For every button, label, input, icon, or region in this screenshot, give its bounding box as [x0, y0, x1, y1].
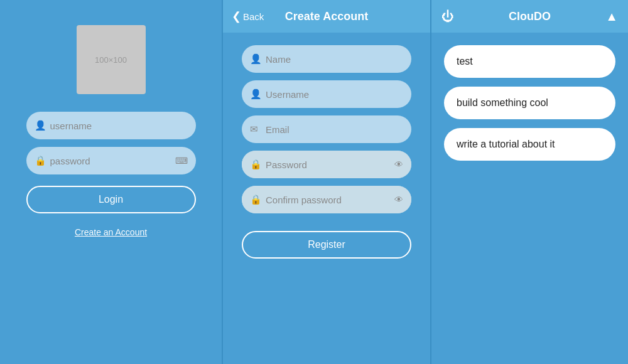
password-input[interactable]: [26, 147, 196, 174]
todo-text-3: write a tutorial about it: [457, 139, 555, 150]
confirm-password-input-wrapper: 🔒 👁: [242, 186, 411, 213]
logo-text: 100×100: [95, 55, 127, 65]
logo-placeholder: 100×100: [77, 25, 146, 94]
email-input-wrapper: ✉: [242, 115, 411, 143]
create-account-body: 👤 👤 ✉ 🔒 👁 🔒 👁 Register: [223, 33, 430, 271]
name-input[interactable]: [242, 45, 411, 73]
reg-username-input[interactable]: [242, 80, 411, 108]
todo-item-3[interactable]: write a tutorial about it: [444, 128, 615, 161]
todo-text-1: test: [457, 56, 473, 67]
back-button[interactable]: ❮ Back: [232, 9, 264, 23]
reg-password-input[interactable]: [242, 151, 411, 178]
back-chevron-icon: ❮: [232, 9, 241, 23]
todo-text-2: build something cool: [457, 97, 548, 109]
confirm-password-input[interactable]: [242, 186, 411, 213]
cloudo-header: ⏻ ClouDO ▲: [431, 0, 628, 33]
name-input-wrapper: 👤: [242, 45, 411, 73]
create-account-link[interactable]: Create an Account: [75, 227, 147, 237]
todo-item-2[interactable]: build something cool: [444, 87, 615, 119]
back-label: Back: [243, 11, 264, 22]
reg-username-input-wrapper: 👤: [242, 80, 411, 108]
cloudo-panel: ⏻ ClouDO ▲ test build something cool wri…: [431, 0, 628, 364]
username-input-wrapper: 👤: [26, 112, 196, 139]
password-input-wrapper: 🔒 ⌨: [26, 147, 196, 174]
register-button[interactable]: Register: [242, 231, 411, 259]
create-account-title: Create Account: [285, 10, 368, 23]
login-panel: 100×100 👤 🔒 ⌨ Login Create an Account: [0, 0, 222, 364]
reg-password-input-wrapper: 🔒 👁: [242, 151, 411, 178]
upload-icon[interactable]: ▲: [605, 9, 618, 24]
username-input[interactable]: [26, 112, 196, 139]
cloudo-body: test build something cool write a tutori…: [431, 33, 628, 182]
power-icon[interactable]: ⏻: [441, 9, 454, 24]
login-button[interactable]: Login: [26, 186, 196, 213]
email-input[interactable]: [242, 115, 411, 143]
create-account-header: ❮ Back Create Account: [223, 0, 430, 33]
todo-item-1[interactable]: test: [444, 45, 615, 78]
cloudo-title: ClouDO: [509, 10, 551, 23]
create-account-panel: ❮ Back Create Account 👤 👤 ✉ 🔒 👁 🔒 👁: [223, 0, 430, 364]
